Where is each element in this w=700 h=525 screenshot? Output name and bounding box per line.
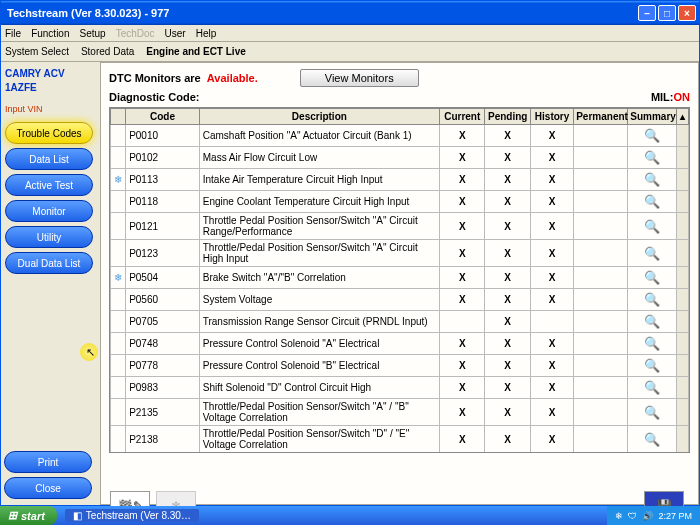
col-current[interactable]: Current (440, 109, 485, 125)
sidebar-btn-data-list[interactable]: Data List (5, 148, 93, 170)
magnify-icon[interactable]: 🔍 (628, 311, 677, 333)
col-permanent[interactable]: Permanent (574, 109, 628, 125)
col-icon[interactable] (111, 109, 126, 125)
scrollbar-track[interactable] (677, 426, 689, 453)
scroll-up[interactable]: ▴ (677, 109, 689, 125)
pending-cell: X (485, 213, 530, 240)
scrollbar-track[interactable] (677, 399, 689, 426)
magnify-icon[interactable]: 🔍 (628, 240, 677, 267)
scrollbar-track[interactable] (677, 377, 689, 399)
close-button[interactable]: × (678, 5, 696, 21)
table-row[interactable]: P0748Pressure Control Solenoid "A" Elect… (111, 333, 689, 355)
pending-cell: X (485, 240, 530, 267)
start-button[interactable]: ⊞start (0, 506, 57, 525)
history-cell: X (530, 377, 573, 399)
scrollbar-track[interactable] (677, 147, 689, 169)
desc-cell: Throttle Pedal Position Sensor/Switch "A… (199, 213, 439, 240)
minimize-button[interactable]: – (638, 5, 656, 21)
scrollbar-track[interactable] (677, 333, 689, 355)
table-row[interactable]: P0705Transmission Range Sensor Circuit (… (111, 311, 689, 333)
current-cell: X (440, 377, 485, 399)
permanent-cell (574, 191, 628, 213)
history-cell: X (530, 355, 573, 377)
clock: 2:27 PM (658, 511, 692, 521)
sidebar-btn-active-test[interactable]: Active Test (5, 174, 93, 196)
menu-user[interactable]: User (165, 28, 186, 39)
magnify-icon[interactable]: 🔍 (628, 426, 677, 453)
sidebar-btn-print[interactable]: Print (4, 451, 92, 473)
scrollbar-track[interactable] (677, 267, 689, 289)
table-row[interactable]: ❄P0504Brake Switch "A"/"B" CorrelationXX… (111, 267, 689, 289)
scrollbar-track[interactable] (677, 191, 689, 213)
magnify-icon[interactable]: 🔍 (628, 377, 677, 399)
taskbar-item[interactable]: ◧Techstream (Ver 8.30… (65, 509, 199, 522)
scrollbar-track[interactable] (677, 169, 689, 191)
table-row[interactable]: P0118Engine Coolant Temperature Circuit … (111, 191, 689, 213)
menu-setup[interactable]: Setup (79, 28, 105, 39)
current-cell: X (440, 333, 485, 355)
table-row[interactable]: P0010Camshaft Position "A" Actuator Circ… (111, 125, 689, 147)
menu-function[interactable]: Function (31, 28, 69, 39)
magnify-icon[interactable]: 🔍 (628, 399, 677, 426)
table-row[interactable]: P0983Shift Solenoid "D" Control Circuit … (111, 377, 689, 399)
pending-cell: X (485, 267, 530, 289)
pending-cell: X (485, 289, 530, 311)
current-cell: X (440, 191, 485, 213)
pending-cell: X (485, 377, 530, 399)
sidebar-btn-trouble-codes[interactable]: Trouble Codes (5, 122, 93, 144)
scrollbar-track[interactable] (677, 213, 689, 240)
table-row[interactable]: P0102Mass Air Flow Circuit LowXXX🔍 (111, 147, 689, 169)
current-cell: X (440, 147, 485, 169)
tab-stored-data[interactable]: Stored Data (81, 46, 134, 57)
sidebar-btn-dual-data-list[interactable]: Dual Data List (5, 252, 93, 274)
magnify-icon[interactable]: 🔍 (628, 147, 677, 169)
magnify-icon[interactable]: 🔍 (628, 169, 677, 191)
system-tray[interactable]: ❄🛡🔊 2:27 PM (607, 506, 700, 525)
magnify-icon[interactable]: 🔍 (628, 355, 677, 377)
table-row[interactable]: P0121Throttle Pedal Position Sensor/Swit… (111, 213, 689, 240)
scrollbar-track[interactable] (677, 355, 689, 377)
col-description[interactable]: Description (199, 109, 439, 125)
code-cell: P0748 (126, 333, 200, 355)
desc-cell: Throttle/Pedal Position Sensor/Switch "A… (199, 399, 439, 426)
desc-cell: Engine Coolant Temperature Circuit High … (199, 191, 439, 213)
menu-file[interactable]: File (5, 28, 21, 39)
magnify-icon[interactable]: 🔍 (628, 213, 677, 240)
magnify-icon[interactable]: 🔍 (628, 333, 677, 355)
scrollbar-track[interactable] (677, 289, 689, 311)
magnify-icon[interactable]: 🔍 (628, 289, 677, 311)
magnify-icon[interactable]: 🔍 (628, 191, 677, 213)
table-row[interactable]: ❄P0113Intake Air Temperature Circuit Hig… (111, 169, 689, 191)
scrollbar-track[interactable] (677, 240, 689, 267)
table-row[interactable]: P2135Throttle/Pedal Position Sensor/Swit… (111, 399, 689, 426)
view-monitors-button[interactable]: View Monitors (300, 69, 419, 87)
table-row[interactable]: P0560System VoltageXXX🔍 (111, 289, 689, 311)
scrollbar-track[interactable] (677, 311, 689, 333)
history-cell: X (530, 147, 573, 169)
col-history[interactable]: History (530, 109, 573, 125)
tab-system-select[interactable]: System Select (5, 46, 69, 57)
table-row[interactable]: P0778Pressure Control Solenoid "B" Elect… (111, 355, 689, 377)
magnify-icon[interactable]: 🔍 (628, 125, 677, 147)
scrollbar-track[interactable] (677, 125, 689, 147)
row-flag-icon: ❄ (111, 169, 126, 191)
input-vin-link[interactable]: Input VIN (5, 104, 96, 114)
desc-cell: System Voltage (199, 289, 439, 311)
sidebar-btn-close[interactable]: Close (4, 477, 92, 499)
table-row[interactable]: P2138Throttle/Pedal Position Sensor/Swit… (111, 426, 689, 453)
desc-cell: Shift Solenoid "D" Control Circuit High (199, 377, 439, 399)
tab-engine-ect-live[interactable]: Engine and ECT Live (146, 46, 245, 57)
row-flag-icon (111, 125, 126, 147)
col-code[interactable]: Code (126, 109, 200, 125)
magnify-icon[interactable]: 🔍 (628, 267, 677, 289)
menu-help[interactable]: Help (196, 28, 217, 39)
sidebar-btn-monitor[interactable]: Monitor (5, 200, 93, 222)
col-summary[interactable]: Summary (628, 109, 677, 125)
sidebar-btn-utility[interactable]: Utility (5, 226, 93, 248)
table-row[interactable]: P0123Throttle/Pedal Position Sensor/Swit… (111, 240, 689, 267)
maximize-button[interactable]: □ (658, 5, 676, 21)
dtc-table: CodeDescriptionCurrentPendingHistoryPerm… (110, 108, 689, 453)
col-pending[interactable]: Pending (485, 109, 530, 125)
pending-cell: X (485, 333, 530, 355)
history-cell: X (530, 191, 573, 213)
